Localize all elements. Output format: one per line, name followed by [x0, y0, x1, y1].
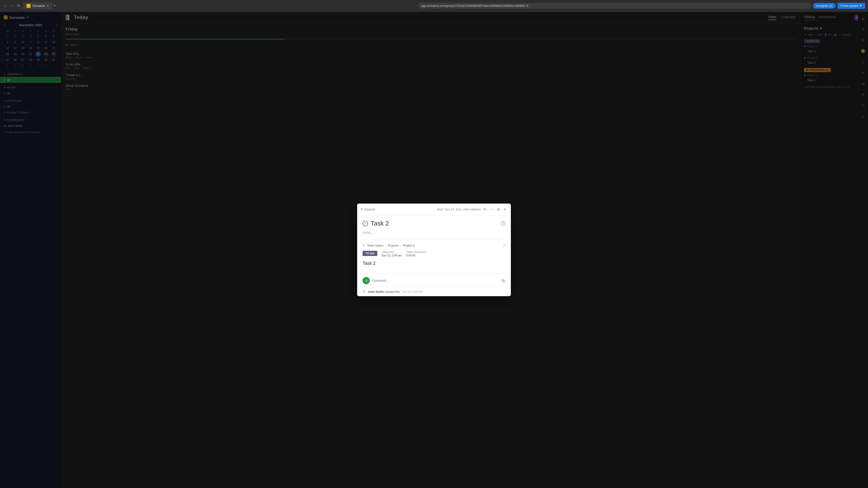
start-date-label[interactable]: Start: Dec 23	[437, 207, 454, 211]
activity-text: John Smith created this Dec 22, 9:26 PM	[368, 290, 423, 293]
breadcrumb: Team Space › Projects › Project 2	[367, 244, 501, 247]
reload-button[interactable]: ↻	[16, 3, 21, 9]
activity-icon: ☰	[363, 290, 366, 293]
task-complete-button[interactable]: ✓	[363, 221, 368, 226]
comment-input[interactable]	[372, 279, 499, 283]
modal-comment-row: J 📎	[357, 274, 511, 287]
tab-close-button[interactable]: ✕	[46, 4, 49, 7]
created-info: CREATED Dec 22, 2:49 am	[382, 251, 402, 257]
browser-chrome: ← → ↻ S Sunsama ✕ + app.sunsama.com/grou…	[0, 0, 868, 12]
more-options-button[interactable]: ⋯	[489, 206, 495, 213]
status-button[interactable]: TO DO	[363, 251, 377, 256]
breadcrumb-projects[interactable]: Projects	[388, 244, 399, 247]
comment-avatar: J	[363, 277, 370, 284]
modal-toolbar: # channel Start: Dec 23 Due Add subtasks…	[357, 203, 511, 215]
task-notes-field[interactable]: Notes...	[363, 229, 505, 236]
modal-task-name-bottom: Task 2	[363, 261, 505, 266]
external-link-icon[interactable]: ↗	[503, 243, 505, 247]
modal-breadcrumb-row: ↻ Team Space › Projects › Project 2 ↗	[363, 243, 505, 247]
channel-name: channel	[364, 207, 375, 211]
active-tab[interactable]: S Sunsama ✕	[23, 2, 53, 9]
modal-channel: # channel	[361, 207, 375, 212]
tab-title: Sunsama	[32, 4, 45, 7]
breadcrumb-project: Project 2	[403, 244, 414, 247]
sync-small-icon: ↻	[363, 243, 365, 247]
sync-icon[interactable]: ↻	[483, 206, 487, 213]
due-date-label[interactable]: Due	[456, 207, 461, 211]
expand-modal-button[interactable]: ⧉	[496, 206, 501, 213]
incognito-button[interactable]: Incognito (2)	[813, 3, 836, 8]
address-url: app.sunsama.com/group/17031827644696380?…	[421, 4, 528, 7]
sunsama-favicon: S	[26, 4, 31, 8]
activity-user: John Smith	[368, 290, 384, 293]
close-modal-button[interactable]: ✕	[502, 206, 507, 213]
task-title[interactable]: Task 2	[371, 220, 498, 227]
browser-actions: Incognito (2) Finish update ▼	[813, 3, 865, 9]
forward-button[interactable]: →	[9, 3, 15, 9]
hash-icon: #	[361, 207, 363, 212]
address-bar[interactable]: app.sunsama.com/group/17031827644696380?…	[418, 3, 811, 8]
back-button[interactable]: ←	[3, 3, 8, 9]
breadcrumb-team[interactable]: Team Space	[367, 244, 383, 247]
activity-time: Dec 22, 9:26 PM	[402, 290, 423, 293]
task-check-row: ✓ Task 2 🕐	[363, 220, 505, 227]
new-tab-button[interactable]: +	[53, 3, 56, 8]
tab-bar: S Sunsama ✕ +	[23, 2, 416, 9]
modal-activity: ☰ John Smith created this Dec 22, 9:26 P…	[357, 287, 511, 296]
modal-status-row: TO DO CREATED Dec 22, 2:49 am TIME TRACK…	[363, 251, 505, 257]
clock-icon[interactable]: 🕐	[500, 221, 505, 226]
modal-overlay: # channel Start: Dec 23 Due Add subtasks…	[0, 12, 868, 488]
time-tracked-info: TIME TRACKED 0:00:00	[406, 251, 426, 257]
attachment-icon[interactable]: 📎	[501, 279, 505, 283]
task-modal: # channel Start: Dec 23 Due Add subtasks…	[357, 203, 511, 296]
modal-meta-info: CREATED Dec 22, 2:49 am TIME TRACKED 0:0…	[382, 251, 426, 257]
address-bar-row: app.sunsama.com/group/17031827644696380?…	[418, 3, 811, 8]
modal-body: ✓ Task 2 🕐 Notes... ↻ Team Space › Proje…	[357, 215, 511, 274]
chevron-down-icon: ▼	[859, 4, 862, 7]
finish-update-button[interactable]: Finish update ▼	[837, 3, 865, 9]
browser-nav-controls: ← → ↻	[3, 3, 21, 9]
add-subtasks-button[interactable]: Add subtasks	[463, 207, 481, 211]
